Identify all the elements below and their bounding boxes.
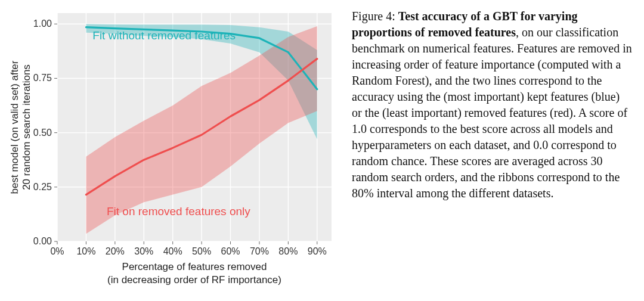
- x-axis-title: Percentage of features removed: [122, 261, 267, 272]
- x-tick-label: 70%: [250, 246, 269, 256]
- x-tick-label: 50%: [192, 246, 211, 256]
- x-tick-label: 60%: [221, 246, 240, 256]
- x-axis-subtitle: (in decreasing order of RF importance): [107, 274, 281, 286]
- y-tick-label: 1.00: [33, 18, 52, 29]
- x-tick-label: 40%: [163, 246, 182, 256]
- caption-label: Figure 4:: [352, 10, 395, 23]
- y-tick-label: 0.75: [33, 73, 52, 83]
- series-annotation: Fit without removed features: [92, 29, 236, 42]
- svg-text:best model (on valid set) afte: best model (on valid set) after: [9, 60, 20, 194]
- line-chart: 0.000.250.500.751.000%10%20%30%40%50%60%…: [6, 6, 340, 295]
- svg-text:20 random search iterations: 20 random search iterations: [21, 64, 32, 190]
- series-annotation: Fit on removed features only: [107, 205, 250, 218]
- y-tick-label: 0.50: [33, 128, 52, 138]
- x-tick-label: 10%: [76, 246, 95, 256]
- y-tick-label: 0.25: [33, 182, 52, 192]
- chart-panel: 0.000.250.500.751.000%10%20%30%40%50%60%…: [6, 6, 340, 295]
- y-tick-label: 0.00: [33, 236, 52, 246]
- x-tick-label: 80%: [278, 246, 298, 256]
- caption-body: , on our classification benchmark on num…: [352, 26, 632, 200]
- svg-text:Normalized GBT test score of: Normalized GBT test score of: [6, 61, 8, 194]
- y-axis-title: Normalized GBT test score ofbest model (…: [6, 60, 32, 194]
- figure-caption: Figure 4: Test accuracy of a GBT for var…: [352, 6, 632, 295]
- x-tick-label: 20%: [106, 246, 125, 256]
- x-tick-label: 30%: [134, 246, 153, 256]
- x-tick-label: 90%: [308, 246, 327, 256]
- x-tick-label: 0%: [50, 246, 64, 256]
